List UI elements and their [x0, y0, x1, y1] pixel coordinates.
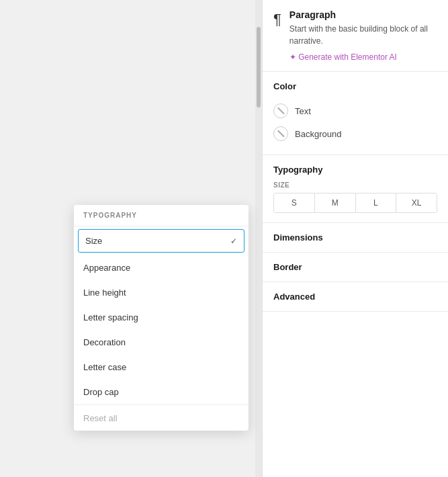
color-background-row[interactable]: Background	[273, 122, 437, 145]
paragraph-description: Start with the basic building block of a…	[289, 23, 437, 47]
paragraph-title: Paragraph	[289, 9, 437, 20]
typography-section-title: Typography	[273, 165, 437, 175]
dropdown-item-appearance[interactable]: Appearance	[74, 255, 249, 280]
right-panel: ¶ Paragraph Start with the basic buildin…	[262, 0, 448, 477]
check-icon: ✓	[230, 236, 237, 246]
dropdown-item-letter-spacing-label: Letter spacing	[83, 312, 138, 322]
advanced-section[interactable]: Advanced	[263, 282, 448, 312]
scrollbar[interactable]	[255, 0, 262, 477]
paragraph-content: Paragraph Start with the basic building …	[289, 9, 437, 62]
text-color-label: Text	[295, 106, 311, 116]
typography-section: Typography SIZE S M L XL	[263, 155, 448, 223]
dropdown-item-decoration[interactable]: Decoration	[74, 330, 249, 355]
dropdown-item-appearance-label: Appearance	[83, 263, 130, 273]
dropdown-item-decoration-label: Decoration	[83, 337, 126, 347]
dropdown-footer: Reset all	[74, 404, 249, 431]
paragraph-icon: ¶	[273, 11, 281, 28]
color-section: Color Text Background	[263, 72, 448, 155]
scrollbar-thumb[interactable]	[257, 27, 261, 107]
text-color-circle[interactable]	[273, 103, 288, 118]
generate-ai-button[interactable]: ✦ Generate with Elementor AI	[289, 52, 437, 62]
size-btn-m[interactable]: M	[315, 193, 356, 212]
border-section[interactable]: Border	[263, 253, 448, 282]
size-label: SIZE	[273, 181, 437, 189]
dropdown-header: TYPOGRAPHY	[74, 205, 249, 226]
dropdown-item-drop-cap-label: Drop cap	[83, 387, 119, 397]
dropdown-item-letter-spacing[interactable]: Letter spacing	[74, 305, 249, 330]
paragraph-section: ¶ Paragraph Start with the basic buildin…	[263, 0, 448, 72]
color-section-title: Color	[273, 81, 437, 91]
dimensions-section[interactable]: Dimensions	[263, 223, 448, 253]
background-color-label: Background	[295, 129, 341, 139]
advanced-title: Advanced	[273, 292, 437, 302]
background-color-circle[interactable]	[273, 126, 288, 141]
dropdown-item-size-label: Size	[85, 236, 102, 246]
dropdown-item-letter-case[interactable]: Letter case	[74, 355, 249, 380]
dropdown-item-line-height[interactable]: Line height	[74, 280, 249, 305]
border-title: Border	[273, 262, 437, 272]
dropdown-item-drop-cap[interactable]: Drop cap	[74, 380, 249, 404]
reset-all-button[interactable]: Reset all	[83, 413, 118, 423]
size-btn-xl[interactable]: XL	[396, 193, 437, 212]
dimensions-title: Dimensions	[273, 232, 437, 243]
dropdown-item-letter-case-label: Letter case	[83, 362, 126, 372]
size-btn-l[interactable]: L	[356, 193, 397, 212]
size-button-group: S M L XL	[273, 193, 437, 213]
color-text-row[interactable]: Text	[273, 99, 437, 122]
dropdown-item-line-height-label: Line height	[83, 288, 126, 298]
size-btn-s[interactable]: S	[274, 193, 315, 212]
typography-dropdown: TYPOGRAPHY Size ✓ Appearance Line height…	[74, 205, 249, 431]
dropdown-item-size[interactable]: Size ✓	[78, 229, 244, 253]
